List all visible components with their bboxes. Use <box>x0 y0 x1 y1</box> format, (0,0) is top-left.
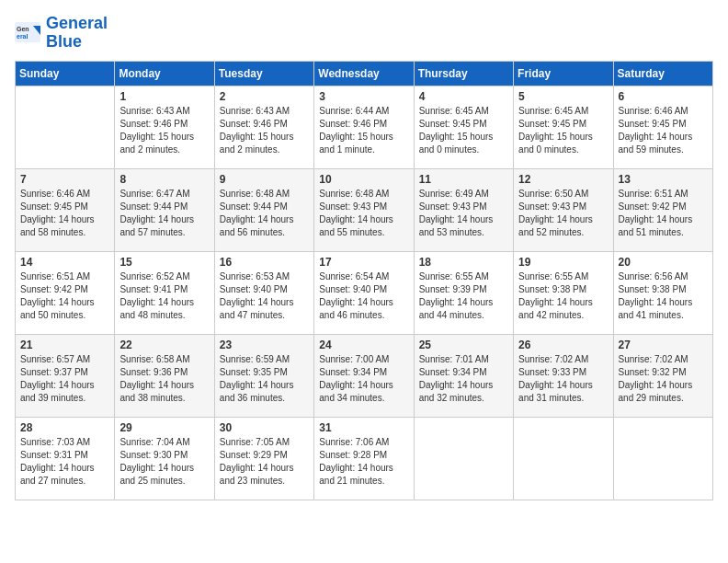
day-detail: Sunrise: 7:02 AMSunset: 9:33 PMDaylight:… <box>518 353 608 405</box>
day-detail: Sunrise: 6:43 AMSunset: 9:46 PMDaylight:… <box>220 105 309 156</box>
calendar-cell: 3 Sunrise: 6:44 AMSunset: 9:46 PMDayligh… <box>314 86 414 168</box>
day-number: 17 <box>319 256 408 269</box>
week-row-0: 1 Sunrise: 6:43 AMSunset: 9:46 PMDayligh… <box>16 86 713 168</box>
calendar-cell: 29 Sunrise: 7:04 AMSunset: 9:30 PMDaylig… <box>115 417 214 500</box>
header-saturday: Saturday <box>613 61 712 86</box>
calendar-cell: 26 Sunrise: 7:02 AMSunset: 9:33 PMDaylig… <box>514 334 613 417</box>
day-detail: Sunrise: 6:48 AMSunset: 9:44 PMDaylight:… <box>220 188 309 239</box>
calendar-cell: 2 Sunrise: 6:43 AMSunset: 9:46 PMDayligh… <box>214 86 313 168</box>
calendar-cell: 17 Sunrise: 6:54 AMSunset: 9:40 PMDaylig… <box>314 251 414 334</box>
header-sunday: Sunday <box>16 61 115 86</box>
svg-text:Gen: Gen <box>17 26 29 32</box>
calendar-table: SundayMondayTuesdayWednesdayThursdayFrid… <box>15 61 713 500</box>
calendar-cell: 30 Sunrise: 7:05 AMSunset: 9:29 PMDaylig… <box>214 417 313 500</box>
calendar-cell: 28 Sunrise: 7:03 AMSunset: 9:31 PMDaylig… <box>16 417 115 500</box>
calendar-cell: 18 Sunrise: 6:55 AMSunset: 9:39 PMDaylig… <box>414 251 513 334</box>
day-number: 1 <box>119 90 209 103</box>
day-detail: Sunrise: 7:04 AMSunset: 9:30 PMDaylight:… <box>119 436 209 488</box>
calendar-cell <box>613 417 712 500</box>
svg-text:eral: eral <box>17 33 28 40</box>
calendar-cell: 9 Sunrise: 6:48 AMSunset: 9:44 PMDayligh… <box>214 168 313 251</box>
header-monday: Monday <box>115 61 214 86</box>
header-row: SundayMondayTuesdayWednesdayThursdayFrid… <box>16 61 713 86</box>
day-number: 23 <box>220 339 309 351</box>
calendar-cell: 19 Sunrise: 6:55 AMSunset: 9:38 PMDaylig… <box>514 251 613 334</box>
day-number: 21 <box>20 339 109 351</box>
page-header: Gen eral General Blue <box>15 15 713 52</box>
day-number: 25 <box>419 339 508 351</box>
day-number: 20 <box>619 256 708 269</box>
day-detail: Sunrise: 6:54 AMSunset: 9:40 PMDaylight:… <box>319 270 408 322</box>
calendar-cell: 1 Sunrise: 6:43 AMSunset: 9:46 PMDayligh… <box>115 86 214 168</box>
week-row-3: 21 Sunrise: 6:57 AMSunset: 9:37 PMDaylig… <box>16 334 713 417</box>
calendar-cell: 8 Sunrise: 6:47 AMSunset: 9:44 PMDayligh… <box>115 168 214 251</box>
day-number: 4 <box>419 90 508 103</box>
day-detail: Sunrise: 6:45 AMSunset: 9:45 PMDaylight:… <box>518 105 608 156</box>
calendar-cell: 27 Sunrise: 7:02 AMSunset: 9:32 PMDaylig… <box>613 334 712 417</box>
calendar-cell: 14 Sunrise: 6:51 AMSunset: 9:42 PMDaylig… <box>16 251 115 334</box>
day-detail: Sunrise: 7:02 AMSunset: 9:32 PMDaylight:… <box>619 353 708 405</box>
day-detail: Sunrise: 6:53 AMSunset: 9:40 PMDaylight:… <box>220 270 309 322</box>
header-friday: Friday <box>514 61 613 86</box>
day-detail: Sunrise: 7:00 AMSunset: 9:34 PMDaylight:… <box>319 353 408 405</box>
day-number: 27 <box>619 339 708 351</box>
day-detail: Sunrise: 6:55 AMSunset: 9:39 PMDaylight:… <box>419 270 508 322</box>
day-number: 11 <box>419 173 508 186</box>
day-number: 13 <box>619 173 708 186</box>
day-number: 29 <box>119 421 209 434</box>
day-detail: Sunrise: 6:44 AMSunset: 9:46 PMDaylight:… <box>319 105 408 156</box>
calendar-cell <box>414 417 513 500</box>
header-wednesday: Wednesday <box>314 61 414 86</box>
day-number: 28 <box>20 421 109 434</box>
week-row-2: 14 Sunrise: 6:51 AMSunset: 9:42 PMDaylig… <box>16 251 713 334</box>
logo: Gen eral General Blue <box>15 15 108 52</box>
calendar-cell: 10 Sunrise: 6:48 AMSunset: 9:43 PMDaylig… <box>314 168 414 251</box>
day-detail: Sunrise: 6:48 AMSunset: 9:43 PMDaylight:… <box>319 188 408 239</box>
calendar-cell: 22 Sunrise: 6:58 AMSunset: 9:36 PMDaylig… <box>115 334 214 417</box>
calendar-cell: 23 Sunrise: 6:59 AMSunset: 9:35 PMDaylig… <box>214 334 313 417</box>
day-detail: Sunrise: 6:51 AMSunset: 9:42 PMDaylight:… <box>619 188 708 239</box>
week-row-1: 7 Sunrise: 6:46 AMSunset: 9:45 PMDayligh… <box>16 168 713 251</box>
day-number: 26 <box>518 339 608 351</box>
day-number: 7 <box>20 173 109 186</box>
logo-text: General Blue <box>46 15 108 52</box>
day-number: 9 <box>220 173 309 186</box>
calendar-cell: 5 Sunrise: 6:45 AMSunset: 9:45 PMDayligh… <box>514 86 613 168</box>
calendar-cell: 20 Sunrise: 6:56 AMSunset: 9:38 PMDaylig… <box>613 251 712 334</box>
day-detail: Sunrise: 6:45 AMSunset: 9:45 PMDaylight:… <box>419 105 508 156</box>
calendar-cell: 25 Sunrise: 7:01 AMSunset: 9:34 PMDaylig… <box>414 334 513 417</box>
day-number: 16 <box>220 256 309 269</box>
day-detail: Sunrise: 6:46 AMSunset: 9:45 PMDaylight:… <box>619 105 708 156</box>
day-detail: Sunrise: 6:51 AMSunset: 9:42 PMDaylight:… <box>20 270 109 322</box>
day-number: 3 <box>319 90 408 103</box>
day-number: 5 <box>518 90 608 103</box>
calendar-cell: 13 Sunrise: 6:51 AMSunset: 9:42 PMDaylig… <box>613 168 712 251</box>
day-number: 6 <box>619 90 708 103</box>
calendar-cell <box>514 417 613 500</box>
day-detail: Sunrise: 7:05 AMSunset: 9:29 PMDaylight:… <box>220 436 309 488</box>
calendar-cell: 15 Sunrise: 6:52 AMSunset: 9:41 PMDaylig… <box>115 251 214 334</box>
calendar-cell: 4 Sunrise: 6:45 AMSunset: 9:45 PMDayligh… <box>414 86 513 168</box>
calendar-cell: 24 Sunrise: 7:00 AMSunset: 9:34 PMDaylig… <box>314 334 414 417</box>
day-detail: Sunrise: 6:56 AMSunset: 9:38 PMDaylight:… <box>619 270 708 322</box>
day-detail: Sunrise: 6:59 AMSunset: 9:35 PMDaylight:… <box>220 353 309 405</box>
day-detail: Sunrise: 6:52 AMSunset: 9:41 PMDaylight:… <box>119 270 209 322</box>
header-thursday: Thursday <box>414 61 513 86</box>
day-detail: Sunrise: 6:49 AMSunset: 9:43 PMDaylight:… <box>419 188 508 239</box>
calendar-cell: 31 Sunrise: 7:06 AMSunset: 9:28 PMDaylig… <box>314 417 414 500</box>
day-detail: Sunrise: 7:06 AMSunset: 9:28 PMDaylight:… <box>319 436 408 488</box>
calendar-cell: 21 Sunrise: 6:57 AMSunset: 9:37 PMDaylig… <box>16 334 115 417</box>
day-number: 10 <box>319 173 408 186</box>
calendar-cell: 6 Sunrise: 6:46 AMSunset: 9:45 PMDayligh… <box>613 86 712 168</box>
day-number: 18 <box>419 256 508 269</box>
day-number: 22 <box>119 339 209 351</box>
calendar-cell: 11 Sunrise: 6:49 AMSunset: 9:43 PMDaylig… <box>414 168 513 251</box>
day-detail: Sunrise: 6:57 AMSunset: 9:37 PMDaylight:… <box>20 353 109 405</box>
day-detail: Sunrise: 6:47 AMSunset: 9:44 PMDaylight:… <box>119 188 209 239</box>
day-number: 8 <box>119 173 209 186</box>
day-number: 24 <box>319 339 408 351</box>
day-detail: Sunrise: 6:55 AMSunset: 9:38 PMDaylight:… <box>518 270 608 322</box>
day-number: 15 <box>119 256 209 269</box>
day-number: 2 <box>220 90 309 103</box>
day-detail: Sunrise: 7:01 AMSunset: 9:34 PMDaylight:… <box>419 353 508 405</box>
